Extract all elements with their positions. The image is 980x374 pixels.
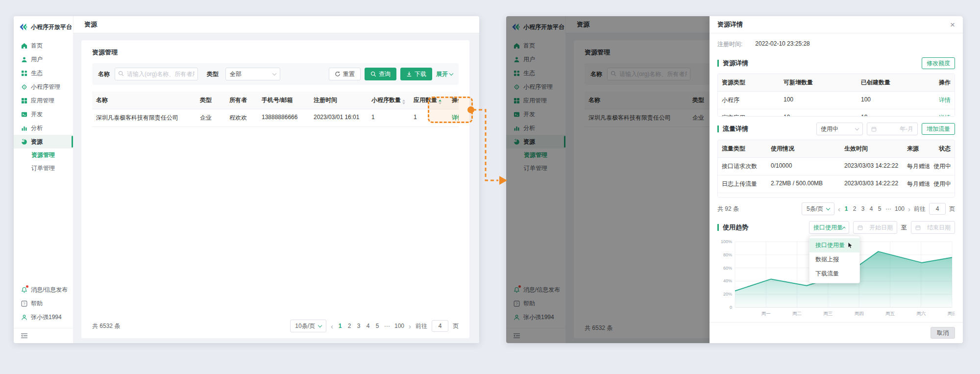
drawer-header: 资源详情 × xyxy=(710,16,963,33)
trend-metric-dropdown-menu: 接口使用量 数据上报 下载流量 xyxy=(809,236,860,283)
sidebar-item-dev[interactable]: 开发 xyxy=(14,107,73,121)
page-number[interactable]: 2 xyxy=(347,323,352,329)
page-ellipsis[interactable]: ··· xyxy=(384,323,390,329)
svg-text:80%: 80% xyxy=(723,252,732,257)
dropdown-item-data-report[interactable]: 数据上报 xyxy=(809,252,859,267)
page-number[interactable]: 2 xyxy=(852,205,857,212)
reset-button[interactable]: 重置 xyxy=(329,68,361,80)
sidebar-subitem-order-management[interactable]: 订单管理 xyxy=(14,162,73,175)
page-number[interactable]: 100 xyxy=(394,323,404,329)
next-page-button[interactable]: › xyxy=(409,323,411,330)
sort-carets-icon[interactable] xyxy=(439,100,441,104)
page-number[interactable]: 3 xyxy=(356,323,361,329)
page-number[interactable]: 3 xyxy=(860,205,865,212)
sidebar-item-users[interactable]: 用户 xyxy=(14,52,73,66)
page-number[interactable]: 1 xyxy=(338,323,343,329)
edit-quota-button[interactable]: 修改额度 xyxy=(922,57,955,69)
svg-text:周六: 周六 xyxy=(916,311,926,316)
download-button[interactable]: 下载 xyxy=(400,68,432,80)
svg-text:周二: 周二 xyxy=(792,311,802,316)
sidebar-item-account[interactable]: 张小强1994 xyxy=(14,310,73,324)
page-title-bar: 资源 xyxy=(74,16,479,33)
sidebar-item-analytics[interactable]: 分析 xyxy=(14,121,73,135)
table-row: 宿主应用 10 10 详情 xyxy=(718,109,955,117)
calendar-icon xyxy=(871,126,877,132)
row-detail-link[interactable]: 详情 xyxy=(939,97,951,103)
sidebar-item-resources[interactable]: 资源 xyxy=(14,135,73,149)
page-number[interactable]: 4 xyxy=(366,323,370,329)
goto-label: 前往 xyxy=(914,205,926,213)
page-number[interactable]: 100 xyxy=(895,205,905,212)
brand-name: 小程序开放平台 xyxy=(31,23,72,31)
table-row: 小程序 100 100 详情 xyxy=(718,92,955,109)
expand-filters-link[interactable]: 展开 xyxy=(436,70,453,78)
prev-page-button[interactable]: ‹ xyxy=(331,323,333,330)
row-detail-link[interactable]: 详情 xyxy=(452,114,459,121)
goto-page-input[interactable] xyxy=(432,320,448,332)
add-traffic-button[interactable]: 增加流量 xyxy=(922,123,955,135)
type-select[interactable]: 全部 xyxy=(225,68,280,80)
apps-icon xyxy=(21,97,27,104)
miniprogram-icon xyxy=(21,83,27,90)
table-row: 日志上传流量 2.72MB / 500.00MB 2023/03/03 14:2… xyxy=(718,175,955,193)
end-date-picker[interactable]: 结束日期 xyxy=(911,221,955,234)
cancel-button[interactable]: 取消 xyxy=(931,327,955,339)
analytics-icon xyxy=(21,125,27,131)
resource-management-card: 资源管理 名称 类型 全部 重置 查询 xyxy=(81,40,469,338)
collapse-sidebar-icon xyxy=(21,333,73,339)
pagination: 共 6532 条 10条/页 ‹ 1 2 3 4 5 ··· 100 › 前往 … xyxy=(92,320,459,332)
sidebar-item-home[interactable]: 首页 xyxy=(14,39,73,52)
sidebar-collapse-button[interactable] xyxy=(14,328,73,343)
sidebar-item-miniprogram[interactable]: 小程序管理 xyxy=(14,80,73,94)
sidebar-item-help[interactable]: ? 帮助 xyxy=(14,297,73,310)
svg-text:周日: 周日 xyxy=(948,311,956,316)
app-window-right: 小程序开放平台 首页 用户 生态 小程序管理 应用管理 开发 分析 资源 资源管… xyxy=(506,16,963,343)
dropdown-item-download-traffic[interactable]: 下载流量 xyxy=(809,267,859,281)
goto-page-input[interactable] xyxy=(929,203,946,215)
close-icon[interactable]: × xyxy=(950,21,955,29)
svg-text:周一: 周一 xyxy=(761,311,771,316)
next-page-button[interactable]: › xyxy=(908,205,910,213)
name-search-input[interactable] xyxy=(115,68,198,80)
svg-text:?: ? xyxy=(23,301,25,306)
table-header-row: 名称 类型 所有者 手机号/邮箱 注册时间 小程序数量 应用数量 操作 xyxy=(92,92,459,109)
page-title: 资源 xyxy=(84,20,97,29)
svg-text:60%: 60% xyxy=(723,266,732,271)
page-number[interactable]: 1 xyxy=(844,205,849,212)
brand-logo-icon xyxy=(19,23,28,31)
resource-quota-table: 资源类型 可新增数量 已创建数量 操作 小程序 100 100 详情 宿主应用 … xyxy=(717,74,955,117)
sidebar-subitem-resource-management[interactable]: 资源管理 xyxy=(14,149,73,162)
table-row: 接口请求次数 0/10000 2023/03/03 14:22:22 每月赠送 … xyxy=(718,158,955,175)
sortable-column-mini-count[interactable]: 小程序数量 xyxy=(368,92,410,109)
sidebar-spacer xyxy=(14,175,73,283)
page-size-select[interactable]: 5条/页 xyxy=(802,202,834,215)
refresh-icon xyxy=(335,71,341,77)
page-ellipsis[interactable]: ··· xyxy=(885,205,891,212)
trend-metric-select[interactable]: 接口使用量 xyxy=(809,221,849,234)
start-date-picker[interactable]: 开始日期 xyxy=(853,221,897,234)
row-detail-link[interactable]: 详情 xyxy=(939,114,951,117)
section-title: 流量详情 xyxy=(717,125,748,132)
sidebar-item-ecosystem[interactable]: 生态 xyxy=(14,66,73,80)
register-time-label: 注册时间: xyxy=(717,40,742,49)
app-window-left: 小程序开放平台 首页 用户 生态 小程序管理 应用管理 开发 分析 xyxy=(14,16,479,343)
traffic-status-select[interactable]: 使用中 xyxy=(816,123,863,135)
sortable-column-app-count[interactable]: 应用数量 xyxy=(410,92,448,109)
svg-text:40%: 40% xyxy=(723,278,732,283)
traffic-month-picker[interactable]: 年-月 xyxy=(867,123,918,135)
prev-page-button[interactable]: ‹ xyxy=(838,205,840,213)
sidebar-item-messages[interactable]: 消息/信息发布 xyxy=(14,283,73,297)
sort-carets-icon[interactable] xyxy=(402,100,405,104)
search-button[interactable]: 查询 xyxy=(365,68,396,80)
table-row: 深圳凡泰极客科技有限责任公司 企业 程欢欢 13888886666 2023/0… xyxy=(92,109,459,127)
page-size-select[interactable]: 10条/页 xyxy=(290,320,326,332)
resource-detail-drawer: 资源详情 × 注册时间: 2022-02-10 23:25:28 资源详情 修改… xyxy=(710,16,963,343)
page-number[interactable]: 5 xyxy=(877,205,882,212)
table-row: 代码包下载流量 1,024.00MB / 1,024.00MB 2023/03/… xyxy=(718,193,955,198)
page-number[interactable]: 4 xyxy=(869,205,874,212)
sidebar-item-apps[interactable]: 应用管理 xyxy=(14,94,73,107)
register-time-value: 2022-02-10 23:25:28 xyxy=(755,40,809,49)
chevron-down-icon xyxy=(318,323,322,327)
page-number[interactable]: 5 xyxy=(375,323,380,329)
dropdown-item-api-usage[interactable]: 接口使用量 xyxy=(809,238,859,252)
